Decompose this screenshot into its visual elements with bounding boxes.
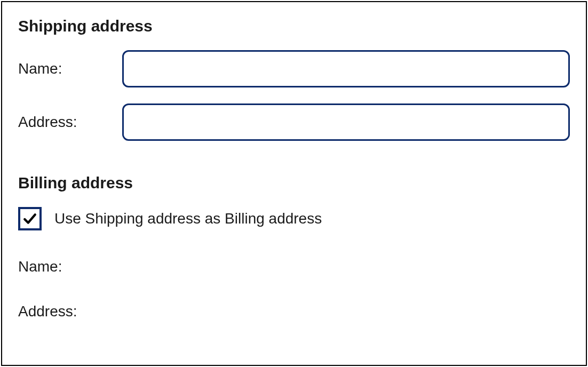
shipping-address-label: Address:: [18, 114, 122, 131]
use-shipping-checkbox-label: Use Shipping address as Billing address: [54, 210, 322, 227]
shipping-heading: Shipping address: [18, 17, 570, 35]
billing-address-label: Address:: [18, 303, 77, 320]
billing-address-row: Address:: [18, 303, 570, 320]
billing-heading: Billing address: [18, 174, 570, 192]
use-shipping-checkbox[interactable]: [18, 207, 42, 230]
shipping-name-row: Name:: [18, 50, 570, 87]
billing-section: Billing address Use Shipping address as …: [18, 174, 570, 320]
shipping-address-row: Address:: [18, 103, 570, 141]
shipping-name-input[interactable]: [122, 50, 570, 87]
billing-name-row: Name:: [18, 258, 570, 275]
shipping-name-label: Name:: [18, 60, 122, 77]
billing-checkbox-row: Use Shipping address as Billing address: [18, 207, 570, 230]
checkmark-icon: [23, 212, 37, 226]
billing-name-label: Name:: [18, 258, 62, 275]
shipping-address-input[interactable]: [122, 103, 570, 141]
address-form-container: Shipping address Name: Address: Billing …: [1, 1, 587, 366]
